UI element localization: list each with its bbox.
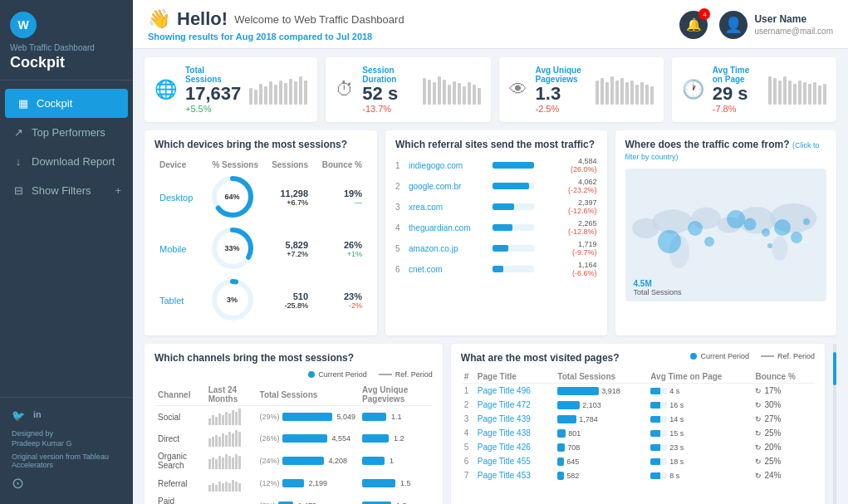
ref-bar [493,162,534,169]
channel-sessions-bar [282,457,324,465]
donut-label: 3% [227,296,238,304]
channel-sessions-cell: (24%) 4,208 [260,457,356,465]
devices-row: Mobile 33% 5,829 +7.2% 26% +1% [156,224,365,274]
page-time-cell: 16 s [647,398,752,412]
page-sessions-cell: 645 [554,454,647,468]
ref-num: 1 [395,161,404,170]
page-title: Page Title 453 [474,468,554,482]
page-row: 5 Page Title 426 708 23 s ↻ 20% [461,440,815,454]
map-bubble [803,218,810,225]
social-links: 🐦 in [12,409,121,422]
channel-sessions-bar-bg [282,413,332,421]
ref-sessions: 2,397 [539,198,597,207]
navigate-icon-btn[interactable]: ⊙ [12,474,121,492]
page-num: 3 [461,412,474,426]
map-area[interactable]: 4.5M Total Sessions [625,169,827,301]
channel-pv-bar-bg [362,434,389,443]
ref-bar [493,224,512,231]
page-bounce-val: 17% [764,386,781,395]
notification-badge: 4 [698,8,710,20]
pg-col-num: # [461,370,474,384]
channel-pv-val: 1 [387,457,394,465]
page-time-val: 4 s [669,387,679,395]
header: 👋 Hello! Welcome to Web Traffic Dashboar… [133,0,848,49]
pages-legend-current-dot [690,353,697,360]
ref-stats: 4,584 (26.0%) [539,157,597,174]
page-sessions-bar-bg [557,401,580,409]
map-bubble [658,230,681,253]
bounce-change: -2% [316,301,362,310]
notifications-button[interactable]: 🔔 4 [679,11,708,39]
sidebar-item-download-report[interactable]: ↓ Download Report [0,147,133,176]
donut-chart: 33% [212,228,253,269]
scrollbar[interactable] [833,344,836,504]
page-time-cell: 14 s [647,412,752,426]
page-time-bar-bg [650,430,667,437]
ref-num: 2 [395,182,404,191]
page-bounce-cell: ↻ 25% [752,454,815,468]
pages-legend-ref-line [761,355,774,357]
ch-col-pv: Avg Unique Pageviews [359,384,433,406]
ref-sessions: 2,265 [539,219,597,228]
page-time-bar [650,402,660,409]
channel-spark [208,409,253,425]
referral-item: 6 cnet.com 1,164 (-6.6%) [395,261,597,277]
map-bubble [762,228,770,237]
pages-header: What are the most visited pages? Current… [461,352,815,370]
sidebar-item-show-filters[interactable]: ⊟ Show Filters + [0,176,133,205]
sidebar-item-top-performers[interactable]: ↗ Top Performers [0,118,133,147]
ref-change: (-12.8%) [539,228,597,236]
middle-panels: Which devices bring the most sessions? D… [145,130,836,335]
page-sessions-cell: 3,918 [554,384,647,399]
map-bubble [743,218,756,231]
pg-col-title: Page Title [474,370,554,384]
map-bubble [688,221,703,236]
ref-sessions: 4,584 [539,157,597,165]
user-name: User Name [754,13,833,27]
kpi-card-0: 🌐 Total Sessions 17,637 +5.5% [145,57,317,122]
channel-pv-bar [362,434,389,443]
channels-panel: Which channels bring the most sessions? … [145,344,443,504]
pages-panel: What are the most visited pages? Current… [451,344,825,504]
page-time-val: 23 s [669,443,684,452]
page-sessions-bar [557,443,565,452]
pages-legend: Current Period Ref. Period [690,352,815,360]
page-row: 2 Page Title 472 2,103 16 s ↻ 30% [461,398,815,412]
twitter-icon[interactable]: 🐦 [12,409,25,422]
channel-sessions-bar [282,434,327,443]
page-num: 7 [461,468,474,482]
map-bubble [791,232,802,243]
sessions-val: 11,298 [267,188,308,198]
referral-list: 1 indiegogo.com 4,584 (26.0%) 2 google.c… [395,157,597,277]
channel-pv-bar-bg [362,479,395,487]
map-panel-title: Where does the traffic come from? (Click… [625,139,827,162]
referral-item: 3 xrea.com 2,397 (-12.6%) [395,198,597,215]
user-info: User Name username@mail.com [754,13,833,37]
donut-label: 33% [225,244,240,252]
page-title: Page Title 426 [474,440,554,454]
page-num: 5 [461,440,474,454]
channel-sessions-bar [282,479,304,487]
scrollbar-thumb[interactable] [833,352,836,385]
ref-bar [493,203,514,210]
ref-name: xrea.com [409,203,488,212]
linkedin-icon[interactable]: in [33,409,42,422]
page-num: 2 [461,398,474,412]
page-sessions-bar-bg [557,443,565,452]
page-bounce-cell: ↻ 20% [752,440,815,454]
sidebar-item-cockpit[interactable]: ▦ Cockpit [5,89,128,118]
channel-spark [208,475,253,492]
add-filter-icon[interactable]: + [115,184,121,197]
page-sessions-bar [557,429,566,438]
legend-current: Current Period [308,370,367,379]
page-bounce-val: 27% [764,414,781,423]
kpi-icon-2: 👁 [509,79,527,100]
channel-sessions-val: 4,208 [326,457,348,465]
channels-tbody: Social (29%) 5,049 1.1 Direct [154,406,433,504]
page-time-bar [650,388,660,394]
page-time-cell: 15 s [647,426,752,440]
kpi-label-1: Session Duration [362,66,414,84]
page-sessions-val: 801 [568,429,581,438]
page-time-bar-bg [650,416,667,423]
page-time-bar-bg [650,472,667,479]
